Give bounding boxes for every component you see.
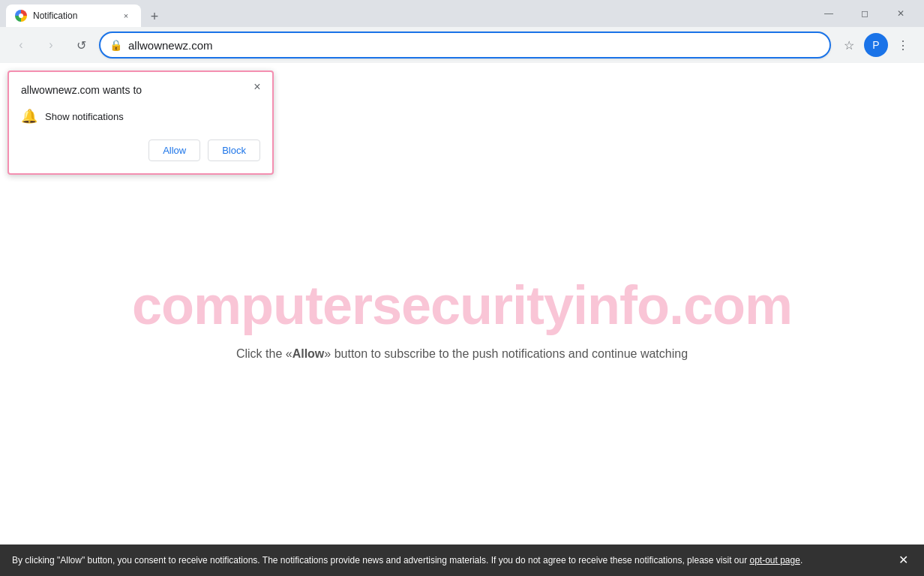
main-content: computersecurityinfo.com Click the «Allo…: [0, 63, 924, 576]
notification-popup: allwownewz.com wants to × 🔔 Show notific…: [8, 70, 274, 175]
allow-button[interactable]: Allow: [148, 140, 200, 161]
forward-button[interactable]: ›: [39, 33, 63, 57]
tab-area: Notification × +: [6, 0, 808, 27]
browser-window: Notification × + — ◻ ✕ ‹ › ↺ 🔒 allwownew…: [0, 0, 924, 576]
reload-button[interactable]: ↺: [69, 33, 93, 57]
window-controls: — ◻ ✕: [812, 0, 918, 27]
back-button[interactable]: ‹: [9, 33, 33, 57]
tab-close-button[interactable]: ×: [120, 10, 132, 22]
instruction-suffix: » button to subscribe to the push notifi…: [324, 347, 688, 360]
address-bar[interactable]: 🔒 allwownewz.com: [99, 32, 831, 58]
address-text: allwownewz.com: [128, 39, 820, 52]
bottom-bar-close-button[interactable]: ✕: [894, 551, 912, 569]
maximize-button[interactable]: ◻: [848, 0, 882, 27]
profile-button[interactable]: P: [864, 33, 888, 57]
bell-icon: 🔔: [21, 108, 38, 124]
close-button[interactable]: ✕: [884, 0, 918, 27]
title-bar: Notification × + — ◻ ✕: [0, 0, 924, 27]
bottom-bar-text: By clicking "Allow" button, you consent …: [12, 555, 750, 566]
bottom-bar-text-end: .: [800, 555, 802, 566]
menu-button[interactable]: ⋮: [891, 33, 915, 57]
right-nav-buttons: ☆ P ⋮: [837, 33, 915, 57]
active-tab[interactable]: Notification ×: [6, 4, 141, 27]
popup-title: allwownewz.com wants to: [21, 84, 260, 96]
tab-favicon-icon: [15, 10, 27, 22]
lock-icon: 🔒: [110, 39, 122, 51]
site-instruction: Click the «Allow» button to subscribe to…: [236, 347, 688, 361]
bookmark-button[interactable]: ☆: [837, 33, 861, 57]
popup-notification-text: Show notifications: [45, 111, 124, 122]
popup-buttons: Allow Block: [21, 140, 260, 161]
instruction-prefix: Click the «: [236, 347, 292, 360]
opt-out-link[interactable]: opt-out page: [750, 555, 800, 566]
bottom-bar: By clicking "Allow" button, you consent …: [0, 544, 924, 576]
popup-notification-row: 🔔 Show notifications: [21, 108, 260, 124]
nav-bar: ‹ › ↺ 🔒 allwownewz.com ☆ P ⋮: [0, 27, 924, 63]
popup-close-button[interactable]: ×: [248, 78, 266, 96]
minimize-button[interactable]: —: [812, 0, 846, 27]
instruction-bold: Allow: [292, 347, 325, 360]
block-button[interactable]: Block: [208, 140, 260, 161]
new-tab-button[interactable]: +: [144, 6, 165, 27]
tab-title: Notification: [33, 10, 114, 21]
site-watermark: computersecurityinfo.com: [132, 278, 792, 332]
